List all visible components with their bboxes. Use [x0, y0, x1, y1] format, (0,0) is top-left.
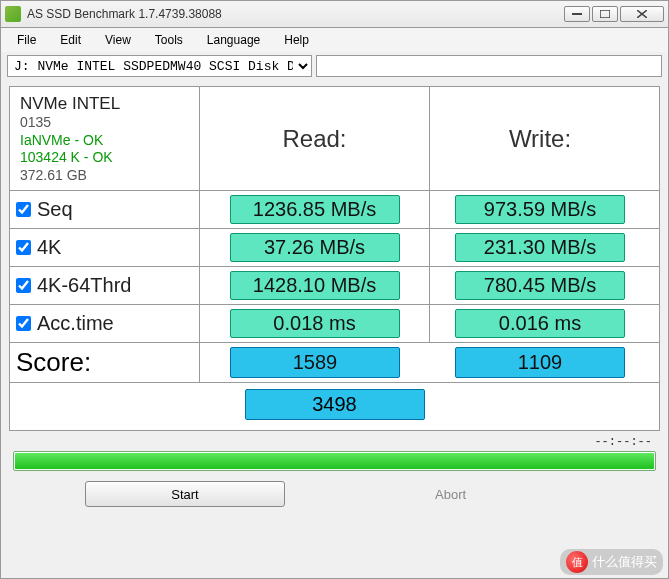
svg-rect-1: [600, 10, 610, 18]
watermark: 值 什么值得买: [560, 549, 663, 575]
acc-write: 0.016 ms: [455, 309, 625, 338]
test-row-4k: 4K 37.26 MB/s 231.30 MB/s: [10, 229, 659, 267]
checkbox-4k64[interactable]: [16, 278, 31, 293]
menu-bar: File Edit View Tools Language Help: [0, 28, 669, 52]
device-name: NVMe INTEL: [20, 93, 120, 114]
results-grid: NVMe INTEL 0135 IaNVMe - OK 103424 K - O…: [9, 86, 660, 431]
title-bar: AS SSD Benchmark 1.7.4739.38088: [0, 0, 669, 28]
write-header: Write:: [509, 125, 571, 153]
content-area: NVMe INTEL 0135 IaNVMe - OK 103424 K - O…: [0, 80, 669, 579]
maximize-button[interactable]: [592, 6, 618, 22]
window-controls: [564, 6, 664, 22]
abort-button[interactable]: Abort: [435, 487, 466, 502]
test-name-acc: Acc.time: [37, 312, 114, 335]
menu-help[interactable]: Help: [272, 31, 321, 49]
device-id: 0135: [20, 114, 51, 132]
checkbox-seq[interactable]: [16, 202, 31, 217]
watermark-logo-icon: 值: [566, 551, 588, 573]
score-read: 1589: [230, 347, 400, 378]
svg-rect-0: [572, 13, 582, 15]
write-header-cell: Write:: [430, 87, 650, 190]
driver-status: IaNVMe - OK: [20, 132, 103, 150]
acc-read: 0.018 ms: [230, 309, 400, 338]
4k-write: 231.30 MB/s: [455, 233, 625, 262]
menu-file[interactable]: File: [5, 31, 48, 49]
read-header: Read:: [282, 125, 346, 153]
test-name-seq: Seq: [37, 198, 73, 221]
test-row-seq: Seq 1236.85 MB/s 973.59 MB/s: [10, 191, 659, 229]
minimize-button[interactable]: [564, 6, 590, 22]
score-label: Score:: [16, 347, 91, 378]
button-row: Start Abort: [9, 481, 660, 507]
seq-read: 1236.85 MB/s: [230, 195, 400, 224]
read-header-cell: Read:: [200, 87, 430, 190]
score-total-row: 3498: [10, 383, 659, 430]
test-label-4k: 4K: [10, 229, 200, 266]
test-name-4k64: 4K-64Thrd: [37, 274, 132, 297]
app-icon: [5, 6, 21, 22]
header-row: NVMe INTEL 0135 IaNVMe - OK 103424 K - O…: [10, 87, 659, 191]
watermark-text: 什么值得买: [592, 553, 657, 571]
toolbar: J: NVMe INTEL SSDPEDMW40 SCSI Disk De: [0, 52, 669, 80]
drive-select[interactable]: J: NVMe INTEL SSDPEDMW40 SCSI Disk De: [7, 55, 312, 77]
menu-view[interactable]: View: [93, 31, 143, 49]
menu-language[interactable]: Language: [195, 31, 272, 49]
progress-fill: [15, 453, 654, 469]
score-label-cell: Score:: [10, 343, 200, 382]
progress-bar: [13, 451, 656, 471]
device-capacity: 372.61 GB: [20, 167, 87, 185]
test-row-acc: Acc.time 0.018 ms 0.016 ms: [10, 305, 659, 343]
test-label-acc: Acc.time: [10, 305, 200, 342]
menu-edit[interactable]: Edit: [48, 31, 93, 49]
start-button[interactable]: Start: [85, 481, 285, 507]
window-title: AS SSD Benchmark 1.7.4739.38088: [27, 7, 564, 21]
test-label-seq: Seq: [10, 191, 200, 228]
elapsed-time: --:--:--: [9, 431, 660, 451]
4k64-write: 780.45 MB/s: [455, 271, 625, 300]
score-total: 3498: [245, 389, 425, 420]
path-input[interactable]: [316, 55, 662, 77]
test-name-4k: 4K: [37, 236, 61, 259]
4k64-read: 1428.10 MB/s: [230, 271, 400, 300]
score-row: Score: 1589 1109: [10, 343, 659, 383]
menu-tools[interactable]: Tools: [143, 31, 195, 49]
score-write: 1109: [455, 347, 625, 378]
4k-read: 37.26 MB/s: [230, 233, 400, 262]
test-label-4k64: 4K-64Thrd: [10, 267, 200, 304]
device-info: NVMe INTEL 0135 IaNVMe - OK 103424 K - O…: [10, 87, 200, 190]
alignment-status: 103424 K - OK: [20, 149, 113, 167]
close-button[interactable]: [620, 6, 664, 22]
test-row-4k64: 4K-64Thrd 1428.10 MB/s 780.45 MB/s: [10, 267, 659, 305]
checkbox-4k[interactable]: [16, 240, 31, 255]
checkbox-acc[interactable]: [16, 316, 31, 331]
seq-write: 973.59 MB/s: [455, 195, 625, 224]
